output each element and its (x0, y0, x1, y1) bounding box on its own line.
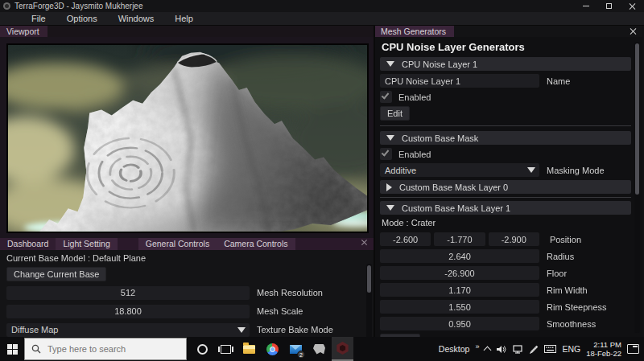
check-icon (382, 91, 390, 99)
custom-base-mask-layer-1-header[interactable]: Custom Base Mask Layer 1 (380, 201, 631, 215)
titlebar: TerraForge3D - Jaysmito Mukherjee (0, 0, 644, 12)
mesh-resolution-field[interactable]: 512 (6, 286, 250, 300)
chevron-down-icon (386, 61, 394, 67)
menu-help[interactable]: Help (164, 12, 204, 25)
rim-width-label: Rim Width (547, 285, 588, 295)
chevron-down-icon (237, 327, 246, 333)
rim-width-field[interactable]: 1.170 (380, 283, 539, 297)
position-x-field[interactable]: -2.600 (380, 232, 431, 246)
smoothness-field[interactable]: 0.950 (380, 317, 539, 330)
menu-file[interactable]: File (21, 12, 56, 25)
tab-dashboard[interactable]: Dashboard (0, 238, 56, 250)
smoothness-label: Smoothness (547, 319, 596, 329)
mesh-generators-close-icon[interactable] (630, 28, 638, 36)
mask-enabled-checkbox[interactable] (380, 148, 392, 160)
volume-icon[interactable] (497, 345, 507, 354)
terrain-3d-render[interactable] (6, 43, 369, 233)
dashboard-scrollbar[interactable] (366, 264, 372, 347)
terraforge3d-window: TerraForge3D - Jaysmito Mukherjee File O… (0, 0, 644, 361)
rim-steepness-label: Rim Steepness (547, 302, 607, 312)
close-button[interactable] (621, 0, 644, 12)
position-label: Position (550, 235, 581, 244)
overflow-chevron-icon[interactable]: » (475, 343, 479, 351)
viewport-panel (0, 37, 374, 238)
mail-icon[interactable]: 2 (285, 337, 307, 361)
app-icon-gray[interactable] (308, 337, 330, 361)
texture-bake-mode-dropdown[interactable]: Diffuse Map (6, 323, 250, 337)
hidden-icons-chevron-icon[interactable] (485, 346, 491, 352)
start-button[interactable] (0, 337, 24, 361)
terraforge3d-taskbar-icon[interactable] (332, 337, 353, 361)
desktop-label[interactable]: Desktop (439, 344, 470, 354)
tab-mesh-generators[interactable]: Mesh Generators (375, 26, 454, 37)
mode-crater-text: Mode : Crater (382, 218, 631, 228)
layer-name-input[interactable]: CPU Noise Layer 1 (380, 74, 539, 88)
masking-mode-label: Masking Mode (547, 166, 605, 175)
masking-mode-dropdown[interactable]: Additive (380, 163, 539, 177)
task-view-icon[interactable] (215, 337, 237, 361)
mesh-generators-scrollbar[interactable] (634, 42, 640, 333)
mesh-scale-field[interactable]: 18.800 (6, 305, 250, 318)
time-text: 2:11 PM (586, 340, 621, 349)
window-title: TerraForge3D - Jaysmito Mukherjee (14, 2, 143, 10)
language-indicator[interactable]: ENG (562, 344, 580, 354)
menu-options[interactable]: Options (56, 12, 108, 25)
touch-keyboard-icon[interactable] (544, 345, 556, 353)
windows-logo-icon (7, 344, 18, 355)
mesh-generators-panel: Mesh Generators CPU Noise Layer Generato… (375, 26, 642, 337)
enabled-checkbox[interactable] (380, 91, 392, 103)
search-input[interactable] (47, 344, 168, 354)
dashboard-tabbar: Dashboard Light Setting General Controls… (0, 238, 374, 250)
separator (380, 197, 631, 198)
file-explorer-icon[interactable] (238, 337, 260, 361)
action-center-icon[interactable] (627, 344, 639, 354)
custom-base-mask-layer-0-header[interactable]: Custom Base Mask Layer 0 (380, 180, 631, 194)
chevron-down-icon (386, 135, 394, 141)
texture-bake-mode-label: Texture Bake Mode (257, 325, 333, 334)
tab-light-setting[interactable]: Light Setting (56, 238, 117, 250)
radius-label: Radius (547, 252, 574, 261)
chrome-icon[interactable] (262, 337, 283, 361)
position-z-field[interactable]: -2.900 (489, 232, 539, 246)
pen-icon[interactable] (530, 345, 539, 354)
position-y-field[interactable]: -1.770 (434, 232, 485, 246)
chevron-down-icon (527, 167, 535, 173)
custom-base-mask-header[interactable]: Custom Base Mask (380, 131, 631, 145)
chevron-down-icon (386, 205, 394, 211)
check-icon (382, 148, 390, 156)
floor-label: Floor (547, 269, 567, 278)
dashboard-close-icon[interactable] (361, 239, 370, 248)
clock[interactable]: 2:11 PM 18-Feb-22 (586, 340, 621, 359)
tab-general-controls[interactable]: General Controls (138, 238, 217, 250)
enabled-label: Enabled (398, 92, 431, 102)
tab-camera-controls[interactable]: Camera Controls (217, 238, 295, 250)
radius-field[interactable]: 2.640 (380, 249, 539, 263)
search-icon (31, 344, 41, 354)
viewport-tabbar: Viewport (0, 26, 374, 37)
rim-steepness-field[interactable]: 1.550 (380, 300, 539, 314)
tab-viewport[interactable]: Viewport (0, 26, 47, 37)
menu-windows[interactable]: Windows (108, 12, 165, 25)
cpu-noise-layer-generators-title: CPU Noise Layer Generators (382, 41, 631, 53)
mesh-resolution-label: Mesh Resolution (257, 288, 323, 297)
cpu-noise-layer-1-header[interactable]: CPU Noise Layer 1 (380, 57, 631, 71)
windows-taskbar: 2 Desktop » ENG 2:11 PM 18-Feb-22 (0, 337, 644, 361)
taskbar-search[interactable] (24, 338, 187, 360)
separator (380, 125, 631, 126)
dashboard-panel: Dashboard Light Setting General Controls… (0, 238, 374, 339)
name-label: Name (547, 76, 570, 86)
date-text: 18-Feb-22 (586, 349, 621, 358)
app-icon (3, 2, 10, 10)
mask-enabled-label: Enabled (398, 150, 431, 159)
mail-badge: 2 (297, 351, 305, 359)
minimize-button[interactable] (574, 0, 597, 12)
edit-button[interactable]: Edit (380, 106, 410, 121)
floor-field[interactable]: -26.900 (380, 266, 539, 280)
change-current-base-button[interactable]: Change Current Base (6, 267, 106, 281)
network-icon[interactable] (513, 345, 524, 354)
chevron-right-icon (386, 183, 392, 191)
mesh-scale-label: Mesh Scale (257, 306, 303, 316)
maximize-button[interactable] (597, 0, 621, 12)
current-base-model-text: Current Base Model : Default Plane (6, 253, 367, 263)
cortana-icon[interactable] (192, 337, 213, 361)
